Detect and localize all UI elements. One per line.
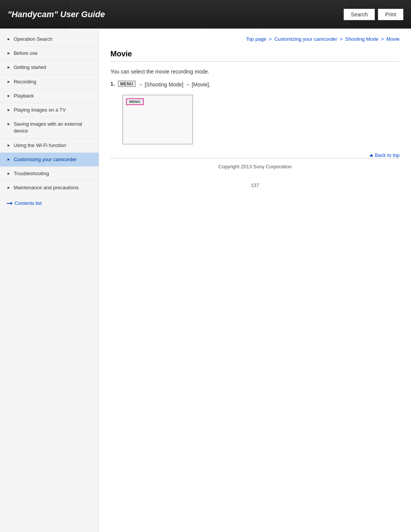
back-to-top-link[interactable]: Back to top [370,152,400,158]
sidebar-item-label: Playing images on a TV [14,107,66,113]
breadcrumb-top-page[interactable]: Top page [246,36,266,42]
sidebar-item-label: Operation Search [14,36,53,43]
sidebar-item-getting-started[interactable]: ► Getting started [0,61,99,75]
arrow-icon: ► [7,93,11,99]
sidebar-item-maintenance[interactable]: ► Maintenance and precautions [0,181,99,195]
sidebar-item-troubleshooting[interactable]: ► Troubleshooting [0,167,99,181]
menu-button-image: MENU [126,98,144,105]
arrow-icon: ► [7,79,11,85]
main-content: Top page > Customizing your camcorder > … [99,29,411,532]
contents-list-link[interactable]: Contents list [7,200,42,206]
sidebar-item-customizing[interactable]: ► Customizing your camcorder [0,153,99,167]
triangle-up-icon [370,154,373,157]
sidebar-item-label: Playback [14,93,34,99]
arrow-icon: ► [7,157,11,162]
sidebar-item-saving-images[interactable]: ► Saving images with an external device [0,117,99,138]
sidebar-item-label: Before use [14,50,38,57]
header: "Handycam" User Guide Search Print [0,0,411,29]
breadcrumb-sep-1: > [269,36,273,42]
sidebar-item-label: Troubleshooting [14,170,49,177]
sidebar-item-label: Getting started [14,64,46,71]
menu-badge: MENU [118,81,135,87]
sidebar-item-label: Using the Wi-Fi function [14,142,66,149]
sidebar-item-before-use[interactable]: ► Before use [0,46,99,61]
search-button[interactable]: Search [344,9,375,20]
sidebar-item-playback[interactable]: ► Playback [0,89,99,103]
step-number: 1. [110,81,115,87]
breadcrumb-movie[interactable]: Movie [386,36,400,42]
content-description: You can select the movie recording mode. [110,69,400,75]
sidebar-item-wifi[interactable]: ► Using the Wi-Fi function [0,139,99,153]
arrow-icon: ► [7,51,11,56]
back-to-top: Back to top [110,152,400,158]
header-stripes [68,0,350,29]
page-title: Movie [110,50,400,62]
header-buttons: Search Print [344,9,403,20]
breadcrumb-customizing[interactable]: Customizing your camcorder [274,36,337,42]
sidebar-item-label: Customizing your camcorder [14,156,76,163]
breadcrumb-sep-2: > [340,36,344,42]
app-title: "Handycam" User Guide [8,10,105,19]
footer: Copyright 2013 Sony Corporation [110,158,400,175]
step-instruction: → [Shooting Mode] → [Movie]. [138,81,210,89]
contents-list-label: Contents list [14,200,42,206]
back-to-top-label: Back to top [375,152,400,158]
page-number: 137 [110,175,400,192]
print-button[interactable]: Print [378,9,403,20]
arrow-icon: ► [7,107,11,113]
breadcrumb: Top page > Customizing your camcorder > … [110,36,400,42]
arrow-icon: ► [7,121,11,127]
breadcrumb-shooting-mode[interactable]: Shooting Mode [345,36,378,42]
arrow-right-icon [7,203,12,204]
sidebar: ► Operation Search ► Before use ► Gettin… [0,29,99,532]
copyright-text: Copyright 2013 Sony Corporation [218,164,292,169]
sidebar-item-label: Recording [14,78,36,85]
sidebar-footer: Contents list [0,195,99,211]
sidebar-item-label: Maintenance and precautions [14,184,79,191]
breadcrumb-sep-3: > [381,36,385,42]
sidebar-item-label: Saving images with an external device [14,121,93,134]
sidebar-item-recording[interactable]: ► Recording [0,75,99,89]
arrow-icon: ► [7,171,11,176]
arrow-icon: ► [7,65,11,70]
arrow-icon: ► [7,37,11,42]
sidebar-item-operation-search[interactable]: ► Operation Search [0,32,99,46]
menu-screenshot: MENU [123,95,193,144]
arrow-icon: ► [7,143,11,148]
step-1-row: 1. MENU → [Shooting Mode] → [Movie]. [110,81,400,89]
arrow-icon: ► [7,185,11,190]
sidebar-item-playing-images[interactable]: ► Playing images on a TV [0,103,99,117]
layout: ► Operation Search ► Before use ► Gettin… [0,29,411,532]
